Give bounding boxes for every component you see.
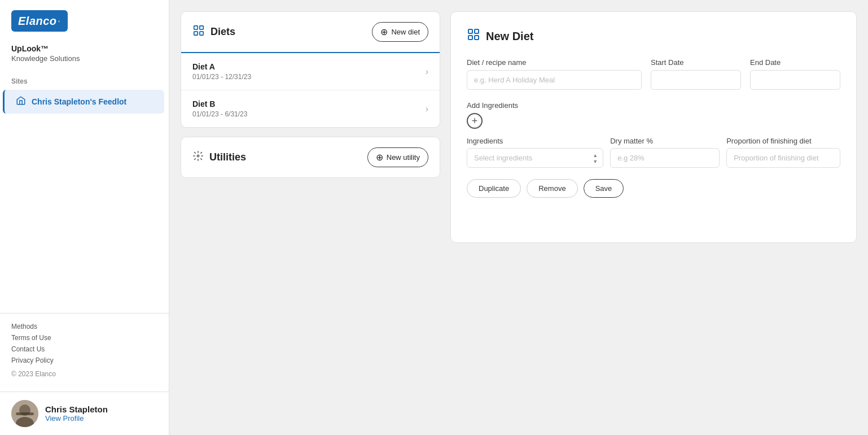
sites-label: Sites <box>0 72 169 89</box>
user-info: Chris Stapleton View Profile <box>45 404 108 423</box>
sidebar-footer: Methods Terms of Use Contact Us Privacy … <box>0 313 169 392</box>
new-diet-button-label: New diet <box>391 28 420 36</box>
svg-rect-6 <box>194 32 198 35</box>
logo-text: Elanco <box>18 15 57 28</box>
start-date-group: Start Date March 11, 2023 <box>651 58 741 90</box>
svg-rect-11 <box>468 36 472 40</box>
view-profile-link[interactable]: View Profile <box>45 414 108 423</box>
diet-a-chevron-icon: › <box>426 67 428 77</box>
terms-link[interactable]: Terms of Use <box>11 334 157 342</box>
copyright: © 2023 Elanco <box>11 370 157 378</box>
contact-link[interactable]: Contact Us <box>11 345 157 353</box>
end-date-input[interactable]: March 11, 2023 <box>750 70 840 90</box>
ingredients-row: Ingredients Select ingredients ▲ ▼ Dry m… <box>467 137 840 168</box>
elanco-logo: Elanco · <box>11 10 68 32</box>
svg-rect-10 <box>475 29 479 33</box>
app-name: UpLook™ <box>0 40 169 53</box>
svg-rect-4 <box>194 26 198 29</box>
utilities-title: Utilities <box>209 151 246 163</box>
svg-rect-9 <box>468 29 472 33</box>
new-utility-button-label: New utility <box>387 153 420 162</box>
new-diet-card: New Diet Diet / recipe name Start Date M… <box>450 11 857 243</box>
duplicate-button[interactable]: Duplicate <box>467 179 521 198</box>
new-diet-header-icon <box>467 28 480 45</box>
sidebar: Elanco · UpLook™ Knowledge Solutions Sit… <box>0 0 169 435</box>
remove-button[interactable]: Remove <box>527 179 577 198</box>
svg-rect-12 <box>475 36 479 40</box>
ingredients-select[interactable]: Select ingredients <box>467 148 603 168</box>
start-date-label: Start Date <box>651 58 741 67</box>
app-subtitle: Knowledge Solutions <box>0 53 169 72</box>
diet-item-b[interactable]: Diet B 01/01/23 - 6/31/23 › <box>181 90 440 127</box>
diets-icon <box>192 24 205 40</box>
add-ingredients-section: Add Ingredients + <box>467 101 840 129</box>
diet-a-name: Diet A <box>192 62 251 71</box>
dry-matter-label: Dry matter % <box>610 137 720 145</box>
end-date-label: End Date <box>750 58 840 67</box>
diet-item-a[interactable]: Diet A 01/01/23 - 12/31/23 › <box>181 53 440 90</box>
action-buttons-row: Duplicate Remove Save <box>467 179 840 198</box>
new-diet-title: New Diet <box>486 30 533 43</box>
utilities-card-header: Utilities ⊕ New utility <box>181 137 440 177</box>
home-icon <box>16 95 26 108</box>
utilities-title-group: Utilities <box>192 150 246 164</box>
svg-point-8 <box>197 155 199 156</box>
utilities-icon <box>192 150 204 164</box>
diets-title: Diets <box>211 26 235 38</box>
utilities-card: Utilities ⊕ New utility <box>181 137 440 178</box>
new-utility-button[interactable]: ⊕ New utility <box>367 147 428 167</box>
diet-name-group: Diet / recipe name <box>467 58 642 90</box>
diet-b-dates: 01/01/23 - 6/31/23 <box>192 110 247 118</box>
dry-matter-input[interactable] <box>610 148 720 168</box>
proportion-col-group: Proportion of finishing diet <box>726 137 840 168</box>
diet-name-dates-row: Diet / recipe name Start Date March 11, … <box>467 58 840 90</box>
user-profile-area: Chris Stapleton View Profile <box>0 392 169 435</box>
sidebar-item-chris-feedlot[interactable]: Chris Stapleton's Feedlot <box>3 90 164 114</box>
privacy-link[interactable]: Privacy Policy <box>11 356 157 364</box>
ingredients-col-group: Ingredients Select ingredients ▲ ▼ <box>467 137 603 168</box>
diet-a-dates: 01/01/23 - 12/31/23 <box>192 73 251 81</box>
methods-link[interactable]: Methods <box>11 323 157 330</box>
proportion-label: Proportion of finishing diet <box>726 137 840 145</box>
new-diet-plus-icon: ⊕ <box>380 27 388 37</box>
end-date-group: End Date March 11, 2023 <box>750 58 840 90</box>
diets-card: Diets ⊕ New diet Diet A 01/01/23 - 12/31… <box>181 11 440 128</box>
new-diet-button[interactable]: ⊕ New diet <box>372 22 428 42</box>
user-name: Chris Stapleton <box>45 404 108 414</box>
ingredients-select-wrapper: Select ingredients ▲ ▼ <box>467 148 603 168</box>
diets-title-group: Diets <box>192 24 235 40</box>
ingredients-col-label: Ingredients <box>467 137 603 145</box>
start-date-input[interactable]: March 11, 2023 <box>651 70 741 90</box>
svg-rect-3 <box>16 412 34 415</box>
diet-b-info: Diet B 01/01/23 - 6/31/23 <box>192 99 247 118</box>
dry-matter-col-group: Dry matter % <box>610 137 720 168</box>
svg-rect-5 <box>200 26 203 29</box>
sidebar-item-label: Chris Stapleton's Feedlot <box>32 97 126 106</box>
logo-area: Elanco · <box>0 0 169 40</box>
add-ingredients-icon[interactable]: + <box>467 113 483 129</box>
add-ingredients-label: Add Ingredients <box>467 101 840 110</box>
new-utility-plus-icon: ⊕ <box>376 152 383 163</box>
diet-name-input[interactable] <box>467 70 642 90</box>
proportion-input[interactable] <box>726 148 840 168</box>
left-panel: Diets ⊕ New diet Diet A 01/01/23 - 12/31… <box>181 11 440 424</box>
diet-name-label: Diet / recipe name <box>467 58 642 67</box>
diet-b-name: Diet B <box>192 99 247 108</box>
diets-card-header: Diets ⊕ New diet <box>181 12 440 53</box>
svg-rect-7 <box>200 32 203 35</box>
avatar <box>11 400 38 427</box>
save-button[interactable]: Save <box>584 179 624 198</box>
new-diet-header: New Diet <box>467 28 840 45</box>
diet-b-chevron-icon: › <box>426 104 428 114</box>
footer-links: Methods Terms of Use Contact Us Privacy … <box>11 323 157 364</box>
right-panel: New Diet Diet / recipe name Start Date M… <box>450 11 857 424</box>
main-content: Diets ⊕ New diet Diet A 01/01/23 - 12/31… <box>169 0 868 435</box>
diet-a-info: Diet A 01/01/23 - 12/31/23 <box>192 62 251 81</box>
